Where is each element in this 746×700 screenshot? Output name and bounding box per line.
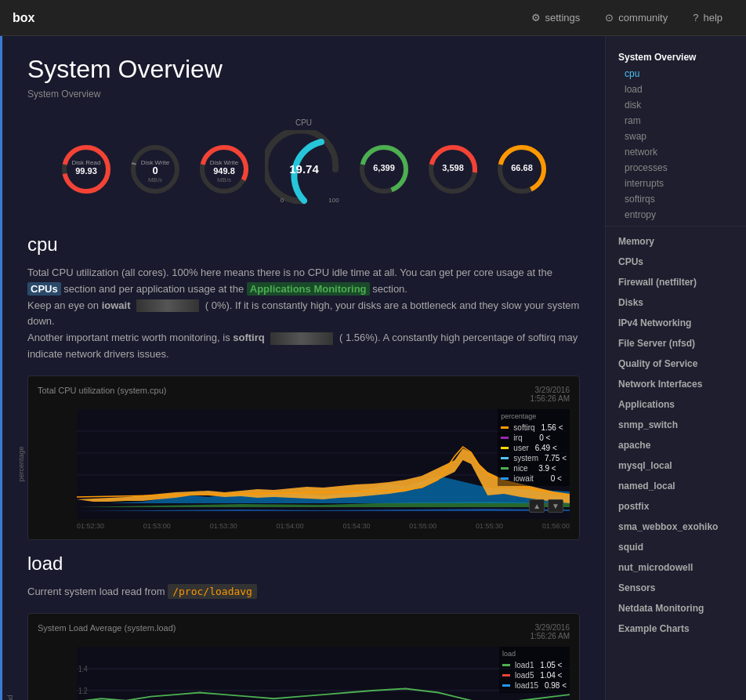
sidebar-file-server[interactable]: File Server (nfsd) (606, 332, 746, 352)
cpu-chart-expand: ▲ ▼ (529, 499, 563, 513)
sidebar-snmp[interactable]: snmp_switch (606, 413, 746, 433)
community-icon: ⊙ (605, 12, 614, 24)
gauge-6399: 6,399 (356, 141, 412, 198)
load-legend: load load1 1.05 < load5 1.04 < (499, 647, 570, 693)
svg-rect-35 (77, 647, 570, 700)
sidebar-item-entropy[interactable]: entropy (606, 207, 746, 223)
sidebar-disks[interactable]: Disks (606, 291, 746, 311)
cpu-chart-header: Total CPU utilization (system.cpu) 3/29/… (38, 386, 570, 403)
svg-text:0: 0 (280, 197, 284, 204)
brand-logo: box (13, 11, 520, 25)
sidebar-item-disk[interactable]: disk (606, 97, 746, 113)
sidebar-nut[interactable]: nut_microdowell (606, 556, 746, 576)
gauge-disk-read: Disk Read 99.93 (58, 141, 114, 198)
cpu-chart-container: Total CPU utilization (system.cpu) 3/29/… (27, 375, 580, 540)
sidebar-item-processes[interactable]: processes (606, 160, 746, 176)
svg-text:66.68: 66.68 (511, 163, 533, 172)
sidebar-item-ram[interactable]: ram (606, 113, 746, 129)
cpu-x-2: 01:53:30 (210, 522, 237, 530)
legend-iowait: iowait 0 < (501, 474, 567, 483)
sidebar-qos[interactable]: Quality of Service (606, 352, 746, 372)
cpu-chart-wrapper: percentage (38, 409, 570, 519)
sidebar-item-swap[interactable]: swap (606, 129, 746, 144)
svg-text:MB/s: MB/s (147, 176, 161, 183)
sidebar-ipv4[interactable]: IPv4 Networking (606, 311, 746, 332)
sidebar-mysql[interactable]: mysql_local (606, 454, 746, 474)
load-chart-container: System Load Average (system.load) 3/29/2… (27, 613, 580, 700)
cpu-legend: percentage softirq 1.56 < irq 0 < (498, 409, 570, 486)
sidebar-network-interfaces[interactable]: Network Interfaces (606, 372, 746, 393)
sidebar-firewall[interactable]: Firewall (netfilter) (606, 270, 746, 291)
iowait-spark (136, 299, 199, 312)
settings-nav-link[interactable]: ⚙ settings (520, 7, 592, 28)
softirq-spark (270, 332, 333, 345)
user-name: user (513, 444, 528, 452)
user-color (501, 447, 509, 449)
cpu-desc-1: Total CPU utilization (all cores). 100% … (27, 267, 552, 278)
irq-name: irq (513, 433, 522, 442)
sidebar-item-interrupts[interactable]: interrupts (606, 176, 746, 191)
sidebar-item-cpu[interactable]: cpu (606, 66, 746, 82)
sidebar-example-charts[interactable]: Example Charts (606, 617, 746, 637)
gauge-3598: 3,598 (425, 141, 481, 198)
proc-loadavg-link[interactable]: /proc/loadavg (168, 584, 257, 599)
cpu-x-5: 01:55:00 (409, 522, 436, 530)
softirq-color (501, 426, 509, 429)
sidebar-sensors[interactable]: Sensors (606, 576, 746, 597)
top-navigation: box ⚙ settings ⊙ community ? help (0, 0, 746, 36)
iowait-label: iowait (102, 299, 131, 311)
legend-load1: load1 1.05 < (502, 661, 567, 669)
sidebar-item-load[interactable]: load (606, 82, 746, 97)
svg-text:949.8: 949.8 (213, 166, 235, 176)
sidebar-system-overview[interactable]: System Overview (606, 45, 746, 66)
svg-text:0: 0 (152, 165, 158, 176)
cpu-x-labels: 01:52:30 01:53:00 01:53:30 01:54:00 01:5… (38, 522, 570, 530)
cpu-metrics-label: CPU (27, 118, 580, 127)
load1-val: 1.05 < (538, 661, 562, 669)
sidebar-memory[interactable]: Memory (606, 230, 746, 250)
sidebar-item-softirqs[interactable]: softirqs (606, 191, 746, 207)
main-content: System Overview System Overview CPU Disk… (2, 36, 605, 700)
cpus-link[interactable]: CPUs (27, 282, 61, 296)
svg-text:Disk Read: Disk Read (71, 159, 100, 166)
sidebar-apache[interactable]: apache (606, 433, 746, 454)
nice-color (501, 467, 509, 470)
gauge-cpu-big: 19.74 0 100 (265, 130, 343, 209)
load1-color (502, 664, 510, 666)
cpu-desc: Total CPU utilization (all cores). 100% … (27, 265, 580, 363)
svg-text:19.74: 19.74 (289, 162, 319, 176)
load15-name: load15 (515, 681, 538, 690)
legend-user: user 6.49 < (501, 444, 567, 452)
system-legend-val: 7.75 < (543, 454, 567, 462)
svg-text:Disk Write: Disk Write (209, 159, 238, 166)
help-nav-link[interactable]: ? help (682, 7, 733, 28)
load15-val: 0.98 < (543, 681, 567, 690)
gauge-949: Disk Write 949.8 MB/s (196, 141, 252, 198)
load-chart-area: 1.4 1.2 1 0.8 l (77, 647, 570, 700)
cpu-x-0: 01:52:30 (77, 522, 104, 530)
cpu-x-1: 01:53:00 (143, 522, 171, 530)
apps-link[interactable]: Applications Monitoring (247, 282, 370, 296)
legend-load5: load5 1.04 < (502, 671, 567, 680)
load-chart-timestamp: 3/29/20161:56:26 AM (530, 623, 570, 640)
sidebar-squid[interactable]: squid (606, 535, 746, 556)
community-nav-link[interactable]: ⊙ community (594, 7, 679, 28)
expand-up-btn[interactable]: ▲ (529, 499, 545, 513)
sidebar-divider-1 (606, 226, 746, 227)
main-layout: System Overview System Overview CPU Disk… (0, 36, 746, 700)
sidebar-named[interactable]: named_local (606, 474, 746, 495)
sidebar-sma[interactable]: sma_webbox_exohiko (606, 515, 746, 535)
svg-text:1.4: 1.4 (78, 665, 88, 673)
svg-text:6,399: 6,399 (373, 163, 395, 172)
cpu-desc-3: section. (372, 283, 407, 295)
sidebar-item-network[interactable]: network (606, 144, 746, 160)
sidebar-cpus[interactable]: CPUs (606, 250, 746, 270)
load5-color (502, 674, 510, 676)
sidebar-netdata[interactable]: Netdata Monitoring (606, 597, 746, 617)
sidebar-postfix[interactable]: postfix (606, 495, 746, 515)
expand-down-btn[interactable]: ▼ (548, 499, 563, 513)
cpu-chart-title: Total CPU utilization (system.cpu) (38, 386, 166, 395)
cpu-x-7: 01:56:00 (542, 522, 570, 530)
cpu-section: cpu Total CPU utilization (all cores). 1… (27, 234, 580, 540)
sidebar-applications[interactable]: Applications (606, 393, 746, 413)
